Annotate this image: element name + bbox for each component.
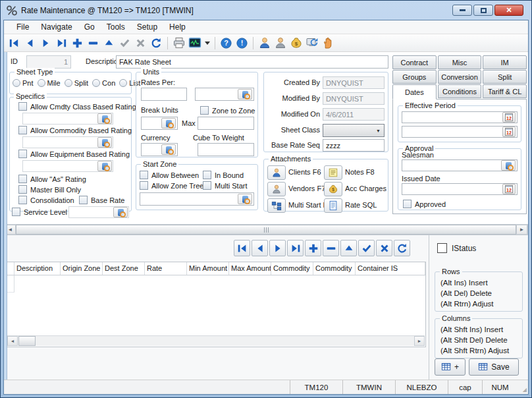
radio-split[interactable]	[65, 79, 72, 87]
clients-f6-button[interactable]	[267, 165, 286, 180]
column-commodity-1[interactable]: Commodity	[271, 262, 313, 275]
next-record-button[interactable]	[38, 36, 53, 51]
currency-lookup-button[interactable]	[161, 144, 176, 155]
terminal-dropdown-button[interactable]	[203, 36, 211, 51]
column-container[interactable]: Container IS	[356, 262, 425, 275]
grid-scroll-thumb[interactable]	[18, 336, 36, 346]
start-zone-lookup-button[interactable]	[238, 194, 252, 204]
column-origin-zone[interactable]: Origin Zone	[61, 262, 103, 275]
grid-move-up-button[interactable]	[340, 240, 357, 256]
resize-grip[interactable]: ◢	[518, 380, 528, 394]
column-dest-zone[interactable]: Dest Zone	[103, 262, 145, 275]
help-button[interactable]: ?	[219, 36, 234, 51]
radio-mile[interactable]	[38, 79, 45, 87]
grid-last-button[interactable]	[287, 240, 304, 256]
currency-field[interactable]	[141, 143, 178, 156]
effective-to-calendar-button[interactable]	[502, 127, 516, 137]
grid-row-selector[interactable]	[7, 275, 14, 293]
multi-start-pts-button[interactable]	[267, 198, 286, 213]
tab-conversion[interactable]: Conversion	[438, 70, 482, 84]
column-commodity-2[interactable]: Commodity	[313, 262, 356, 275]
menu-go[interactable]: Go	[78, 20, 101, 34]
rates-per-field-1[interactable]	[141, 88, 187, 101]
allow-between-checkbox[interactable]	[140, 171, 148, 179]
approved-checkbox[interactable]	[403, 200, 412, 208]
consolidation-checkbox[interactable]	[18, 196, 27, 204]
sync-button[interactable]	[304, 36, 319, 51]
cube-to-weight-field[interactable]	[198, 143, 254, 156]
tab-contract[interactable]: Contract	[392, 55, 437, 69]
grid-save-button[interactable]: Save	[469, 358, 519, 376]
cmdty-class-checkbox[interactable]	[18, 102, 27, 111]
equipment-field[interactable]	[22, 160, 113, 172]
grid-cancel-button[interactable]	[376, 240, 392, 256]
menu-help[interactable]: Help	[163, 20, 192, 34]
form-horizontal-scrollbar[interactable]: ◄ ►	[4, 224, 528, 235]
rates-per-field-2[interactable]	[195, 88, 254, 101]
break-units-field[interactable]	[141, 117, 178, 130]
radio-pnt[interactable]	[13, 79, 20, 87]
menu-navigate[interactable]: Navigate	[35, 20, 78, 34]
column-rate[interactable]: Rate	[145, 262, 187, 275]
grid-horizontal-scrollbar[interactable]: ◄ ►	[7, 335, 425, 346]
tab-split[interactable]: Split	[483, 70, 527, 84]
minimize-button[interactable]	[452, 5, 472, 16]
sheet-class-combo[interactable]	[323, 124, 385, 137]
notes-f8-button[interactable]	[324, 165, 342, 180]
accept-button[interactable]	[117, 36, 132, 51]
allow-zone-tree-checkbox[interactable]	[140, 181, 148, 190]
istatus-checkbox[interactable]	[437, 243, 447, 253]
grid-first-button[interactable]	[234, 240, 250, 256]
vendors-button[interactable]	[273, 36, 288, 51]
column-description[interactable]: Description	[14, 262, 61, 275]
terminal-button[interactable]	[187, 36, 202, 51]
maximize-button[interactable]	[473, 5, 493, 16]
refresh-button[interactable]	[149, 36, 164, 51]
acc-charges-button[interactable]: $	[324, 182, 342, 196]
grid-add-button[interactable]	[305, 240, 321, 256]
last-record-button[interactable]	[54, 36, 69, 51]
base-rate-checkbox[interactable]	[79, 196, 88, 204]
print-button[interactable]	[171, 36, 186, 51]
start-zone-field[interactable]	[140, 192, 254, 206]
commodity-lookup-button[interactable]	[97, 137, 112, 148]
column-max-amount[interactable]: Max Amount	[229, 262, 271, 275]
in-bound-checkbox[interactable]	[203, 171, 211, 179]
break-units-lookup-button[interactable]	[161, 118, 176, 128]
master-bill-checkbox[interactable]	[18, 185, 27, 194]
radio-list[interactable]	[119, 79, 127, 87]
radio-con[interactable]	[92, 79, 100, 87]
commodity-field[interactable]	[22, 136, 113, 148]
grid-refresh-button[interactable]	[394, 240, 410, 256]
zone-to-zone-checkbox[interactable]	[200, 106, 209, 115]
menu-setup[interactable]: Setup	[131, 20, 163, 34]
stop-hand-button[interactable]	[320, 36, 335, 51]
grid-accept-button[interactable]	[358, 240, 375, 256]
scroll-thumb[interactable]	[16, 225, 516, 235]
cmdty-class-field[interactable]	[22, 113, 113, 125]
issued-date-field[interactable]	[402, 183, 518, 195]
charges-button[interactable]: $	[288, 36, 304, 51]
id-field[interactable]: 1	[26, 55, 71, 69]
info-button[interactable]: !	[234, 36, 250, 51]
effective-from-field[interactable]	[402, 111, 518, 123]
move-up-button[interactable]	[101, 36, 117, 51]
menu-file[interactable]: File	[11, 20, 35, 34]
grid-previous-button[interactable]	[252, 240, 268, 256]
vendors-f7-button[interactable]	[267, 182, 286, 196]
tab-groups[interactable]: Groups	[392, 70, 437, 84]
scroll-right-button[interactable]: ►	[516, 225, 527, 235]
grid-delete-button[interactable]	[323, 240, 339, 256]
delete-record-button[interactable]	[86, 36, 101, 51]
column-min-amount[interactable]: Min Amount	[187, 262, 229, 275]
grid-scroll-left-button[interactable]: ◄	[7, 336, 18, 346]
cancel-button[interactable]	[133, 36, 148, 51]
service-level-field[interactable]	[68, 206, 129, 218]
max-field[interactable]	[198, 117, 254, 130]
grid-next-button[interactable]	[269, 240, 286, 256]
left-splitter[interactable]	[4, 52, 7, 380]
previous-record-button[interactable]	[22, 36, 38, 51]
first-record-button[interactable]	[7, 36, 22, 51]
tab-im[interactable]: IM	[483, 55, 527, 69]
issued-date-calendar-button[interactable]	[502, 184, 516, 194]
